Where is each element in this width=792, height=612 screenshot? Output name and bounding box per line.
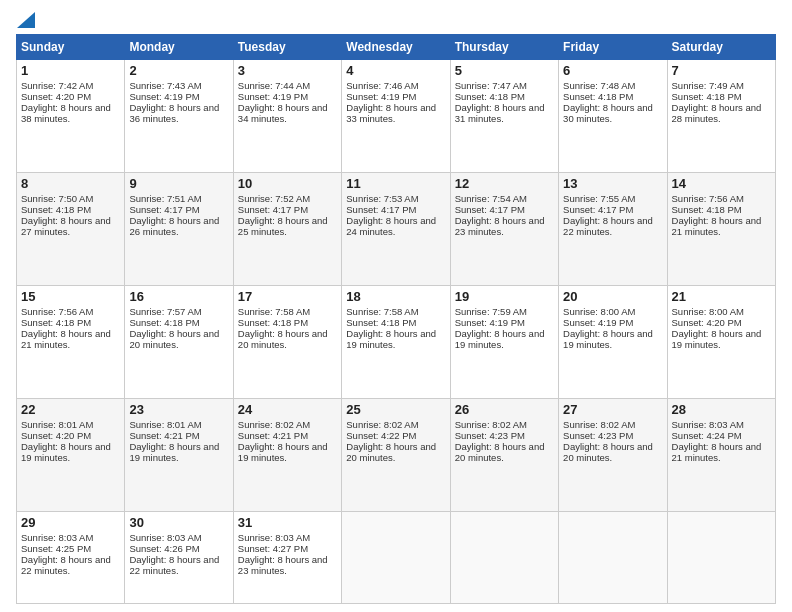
sunrise: Sunrise: 7:58 AM xyxy=(346,306,418,317)
daylight: Daylight: 8 hours and 20 minutes. xyxy=(129,328,219,350)
calendar-cell: 30Sunrise: 8:03 AMSunset: 4:26 PMDayligh… xyxy=(125,511,233,603)
sunrise: Sunrise: 8:02 AM xyxy=(238,419,310,430)
sunset: Sunset: 4:21 PM xyxy=(238,430,308,441)
day-number: 23 xyxy=(129,402,228,417)
sunset: Sunset: 4:21 PM xyxy=(129,430,199,441)
day-number: 3 xyxy=(238,63,337,78)
daylight: Daylight: 8 hours and 19 minutes. xyxy=(129,441,219,463)
sunrise: Sunrise: 8:03 AM xyxy=(129,532,201,543)
sunset: Sunset: 4:17 PM xyxy=(238,204,308,215)
sunrise: Sunrise: 7:55 AM xyxy=(563,193,635,204)
sunset: Sunset: 4:18 PM xyxy=(672,204,742,215)
day-number: 25 xyxy=(346,402,445,417)
sunset: Sunset: 4:19 PM xyxy=(563,317,633,328)
sunset: Sunset: 4:18 PM xyxy=(21,204,91,215)
svg-marker-0 xyxy=(17,12,35,28)
daylight: Daylight: 8 hours and 26 minutes. xyxy=(129,215,219,237)
header xyxy=(16,12,776,26)
day-number: 11 xyxy=(346,176,445,191)
calendar-cell: 25Sunrise: 8:02 AMSunset: 4:22 PMDayligh… xyxy=(342,398,450,511)
sunrise: Sunrise: 7:47 AM xyxy=(455,80,527,91)
sunrise: Sunrise: 7:51 AM xyxy=(129,193,201,204)
calendar-cell: 6Sunrise: 7:48 AMSunset: 4:18 PMDaylight… xyxy=(559,60,667,173)
calendar-cell: 8Sunrise: 7:50 AMSunset: 4:18 PMDaylight… xyxy=(17,172,125,285)
sunrise: Sunrise: 8:00 AM xyxy=(563,306,635,317)
calendar-cell xyxy=(450,511,558,603)
daylight: Daylight: 8 hours and 19 minutes. xyxy=(563,328,653,350)
logo xyxy=(16,12,36,26)
calendar-cell: 9Sunrise: 7:51 AMSunset: 4:17 PMDaylight… xyxy=(125,172,233,285)
calendar-cell: 12Sunrise: 7:54 AMSunset: 4:17 PMDayligh… xyxy=(450,172,558,285)
sunrise: Sunrise: 8:01 AM xyxy=(129,419,201,430)
sunset: Sunset: 4:25 PM xyxy=(21,543,91,554)
weekday-header: Saturday xyxy=(667,35,775,60)
calendar-cell: 1Sunrise: 7:42 AMSunset: 4:20 PMDaylight… xyxy=(17,60,125,173)
sunset: Sunset: 4:18 PM xyxy=(672,91,742,102)
sunset: Sunset: 4:19 PM xyxy=(455,317,525,328)
daylight: Daylight: 8 hours and 36 minutes. xyxy=(129,102,219,124)
sunset: Sunset: 4:18 PM xyxy=(455,91,525,102)
day-number: 21 xyxy=(672,289,771,304)
day-number: 17 xyxy=(238,289,337,304)
sunrise: Sunrise: 8:02 AM xyxy=(346,419,418,430)
sunrise: Sunrise: 7:49 AM xyxy=(672,80,744,91)
day-number: 31 xyxy=(238,515,337,530)
sunrise: Sunrise: 7:56 AM xyxy=(21,306,93,317)
sunrise: Sunrise: 8:02 AM xyxy=(563,419,635,430)
day-number: 9 xyxy=(129,176,228,191)
sunset: Sunset: 4:18 PM xyxy=(21,317,91,328)
page: SundayMondayTuesdayWednesdayThursdayFrid… xyxy=(0,0,792,612)
calendar: SundayMondayTuesdayWednesdayThursdayFrid… xyxy=(16,34,776,604)
daylight: Daylight: 8 hours and 19 minutes. xyxy=(672,328,762,350)
daylight: Daylight: 8 hours and 28 minutes. xyxy=(672,102,762,124)
sunrise: Sunrise: 7:52 AM xyxy=(238,193,310,204)
sunset: Sunset: 4:23 PM xyxy=(455,430,525,441)
calendar-cell: 19Sunrise: 7:59 AMSunset: 4:19 PMDayligh… xyxy=(450,285,558,398)
logo-icon xyxy=(17,12,35,28)
calendar-cell: 4Sunrise: 7:46 AMSunset: 4:19 PMDaylight… xyxy=(342,60,450,173)
calendar-cell: 7Sunrise: 7:49 AMSunset: 4:18 PMDaylight… xyxy=(667,60,775,173)
daylight: Daylight: 8 hours and 22 minutes. xyxy=(21,554,111,576)
day-number: 10 xyxy=(238,176,337,191)
calendar-cell: 24Sunrise: 8:02 AMSunset: 4:21 PMDayligh… xyxy=(233,398,341,511)
daylight: Daylight: 8 hours and 20 minutes. xyxy=(238,328,328,350)
calendar-cell: 31Sunrise: 8:03 AMSunset: 4:27 PMDayligh… xyxy=(233,511,341,603)
calendar-cell: 14Sunrise: 7:56 AMSunset: 4:18 PMDayligh… xyxy=(667,172,775,285)
day-number: 19 xyxy=(455,289,554,304)
day-number: 18 xyxy=(346,289,445,304)
weekday-header: Friday xyxy=(559,35,667,60)
calendar-cell: 28Sunrise: 8:03 AMSunset: 4:24 PMDayligh… xyxy=(667,398,775,511)
daylight: Daylight: 8 hours and 31 minutes. xyxy=(455,102,545,124)
daylight: Daylight: 8 hours and 19 minutes. xyxy=(346,328,436,350)
daylight: Daylight: 8 hours and 24 minutes. xyxy=(346,215,436,237)
sunset: Sunset: 4:18 PM xyxy=(346,317,416,328)
weekday-header: Thursday xyxy=(450,35,558,60)
daylight: Daylight: 8 hours and 21 minutes. xyxy=(672,441,762,463)
sunrise: Sunrise: 7:57 AM xyxy=(129,306,201,317)
sunset: Sunset: 4:17 PM xyxy=(129,204,199,215)
sunrise: Sunrise: 7:54 AM xyxy=(455,193,527,204)
daylight: Daylight: 8 hours and 33 minutes. xyxy=(346,102,436,124)
calendar-cell: 15Sunrise: 7:56 AMSunset: 4:18 PMDayligh… xyxy=(17,285,125,398)
sunrise: Sunrise: 7:53 AM xyxy=(346,193,418,204)
sunrise: Sunrise: 7:56 AM xyxy=(672,193,744,204)
day-number: 29 xyxy=(21,515,120,530)
calendar-cell: 22Sunrise: 8:01 AMSunset: 4:20 PMDayligh… xyxy=(17,398,125,511)
sunrise: Sunrise: 7:50 AM xyxy=(21,193,93,204)
day-number: 14 xyxy=(672,176,771,191)
sunset: Sunset: 4:26 PM xyxy=(129,543,199,554)
calendar-cell: 23Sunrise: 8:01 AMSunset: 4:21 PMDayligh… xyxy=(125,398,233,511)
daylight: Daylight: 8 hours and 30 minutes. xyxy=(563,102,653,124)
day-number: 13 xyxy=(563,176,662,191)
calendar-cell xyxy=(667,511,775,603)
sunset: Sunset: 4:20 PM xyxy=(21,430,91,441)
day-number: 2 xyxy=(129,63,228,78)
calendar-cell xyxy=(342,511,450,603)
daylight: Daylight: 8 hours and 34 minutes. xyxy=(238,102,328,124)
sunset: Sunset: 4:19 PM xyxy=(238,91,308,102)
daylight: Daylight: 8 hours and 22 minutes. xyxy=(129,554,219,576)
sunset: Sunset: 4:17 PM xyxy=(455,204,525,215)
weekday-header: Monday xyxy=(125,35,233,60)
sunset: Sunset: 4:18 PM xyxy=(129,317,199,328)
sunset: Sunset: 4:19 PM xyxy=(129,91,199,102)
